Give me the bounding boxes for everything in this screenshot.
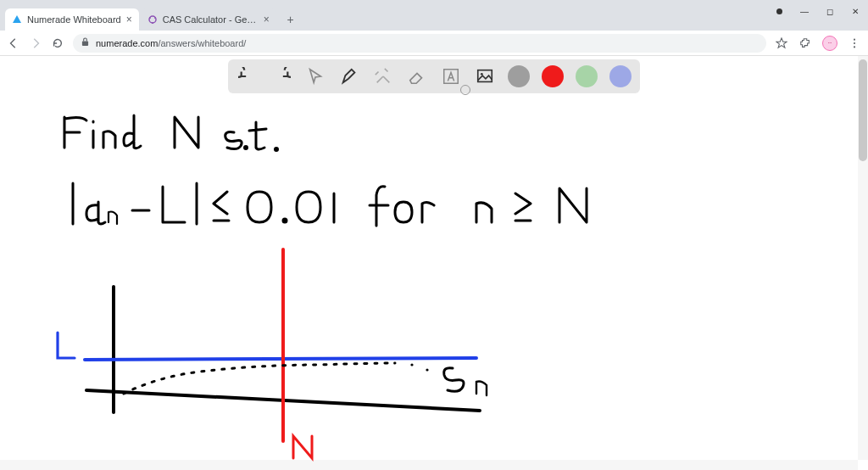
svg-point-4 bbox=[152, 22, 153, 24]
handwriting-line-2 bbox=[73, 183, 587, 226]
back-button[interactable] bbox=[7, 36, 20, 50]
handwriting-line-1 bbox=[64, 115, 278, 151]
svg-point-14 bbox=[283, 219, 287, 222]
tab-title: CAS Calculator - GeoGebra bbox=[163, 14, 259, 25]
new-tab-button[interactable]: + bbox=[281, 10, 300, 29]
svg-point-13 bbox=[275, 148, 278, 151]
handwriting-layer bbox=[0, 56, 868, 470]
url-input[interactable]: numerade.com/answers/whiteboard/ bbox=[73, 34, 766, 53]
browser-tabstrip: Numerade Whiteboard × CAS Calculator - G… bbox=[0, 7, 868, 31]
window-minimize-button[interactable]: — bbox=[792, 2, 817, 20]
svg-point-7 bbox=[854, 42, 855, 43]
favicon-geogebra bbox=[147, 14, 158, 25]
favicon-numerade bbox=[12, 14, 22, 25]
svg-point-3 bbox=[154, 17, 156, 19]
tab-geogebra[interactable]: CAS Calculator - GeoGebra × bbox=[141, 8, 276, 31]
record-indicator-icon bbox=[766, 2, 792, 20]
svg-rect-5 bbox=[82, 42, 88, 46]
svg-marker-0 bbox=[13, 15, 21, 23]
forward-button[interactable] bbox=[29, 36, 42, 50]
svg-point-8 bbox=[854, 46, 855, 48]
svg-point-2 bbox=[149, 17, 151, 19]
tab-numerade-whiteboard[interactable]: Numerade Whiteboard × bbox=[5, 8, 139, 31]
tab-title: Numerade Whiteboard bbox=[27, 14, 121, 25]
svg-point-16 bbox=[426, 368, 428, 371]
whiteboard-canvas[interactable] bbox=[0, 56, 868, 470]
svg-point-15 bbox=[410, 363, 413, 366]
window-close-button[interactable]: ✕ bbox=[843, 2, 868, 20]
svg-point-12 bbox=[245, 147, 248, 149]
star-icon[interactable] bbox=[775, 36, 788, 50]
profile-avatar[interactable]: ·· bbox=[822, 36, 837, 51]
menu-icon[interactable] bbox=[848, 36, 861, 50]
lock-icon bbox=[81, 37, 89, 48]
close-icon[interactable]: × bbox=[264, 14, 270, 25]
window-maximize-button[interactable]: ◻ bbox=[817, 2, 843, 20]
extensions-icon[interactable] bbox=[798, 36, 812, 50]
address-bar: numerade.com/answers/whiteboard/ ·· bbox=[0, 31, 868, 56]
reload-button[interactable] bbox=[51, 36, 64, 50]
graph-drawing bbox=[58, 249, 487, 458]
url-text: numerade.com/answers/whiteboard/ bbox=[96, 38, 246, 48]
svg-point-6 bbox=[854, 38, 855, 40]
close-icon[interactable]: × bbox=[126, 14, 132, 25]
